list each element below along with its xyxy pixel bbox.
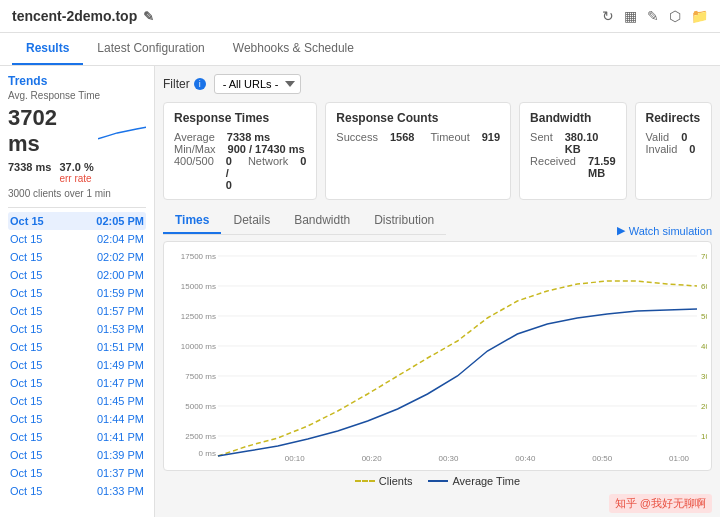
chart-area: 17500 ms 15000 ms 12500 ms 10000 ms 7500… — [163, 241, 712, 471]
legend-item: Clients — [355, 475, 413, 487]
svg-text:00:30: 00:30 — [438, 454, 459, 463]
watermark: 知乎 @我好无聊啊 — [609, 494, 712, 513]
svg-text:2500 ms: 2500 ms — [185, 432, 216, 441]
legend-line — [428, 480, 448, 482]
svg-text:500: 500 — [701, 312, 707, 321]
svg-text:600: 600 — [701, 282, 707, 291]
stats-card: RedirectsValid 0Invalid 0 — [635, 102, 713, 200]
header: tencent-2demo.top ✎ ↻ ▦ ✎ ⬡ 📁 — [0, 0, 720, 33]
stat-avg-val: 7338 ms — [8, 161, 51, 173]
legend-line — [355, 480, 375, 482]
main-content: Filter i - All URLs - Response TimesAver… — [155, 66, 720, 517]
sidebar-item[interactable]: Oct 1502:05 PM — [8, 212, 146, 230]
chart-tabs-bar: TimesDetailsBandwidthDistribution — [163, 208, 446, 235]
play-icon: ▶ — [617, 224, 625, 237]
svg-text:200: 200 — [701, 402, 707, 411]
legend-item: Average Time — [428, 475, 520, 487]
avg-subtitle: Avg. Response Time — [8, 90, 146, 101]
svg-text:700: 700 — [701, 252, 707, 261]
mini-chart — [98, 121, 146, 141]
stats-card: Response TimesAverage 7338 msMin/Max 900… — [163, 102, 317, 200]
sidebar: Trends Avg. Response Time 3702 ms 7338 m… — [0, 66, 155, 517]
svg-text:7500 ms: 7500 ms — [185, 372, 216, 381]
sidebar-item[interactable]: Oct 1501:45 PM — [8, 392, 146, 410]
stat-err-val: 37.0 % — [59, 161, 93, 173]
avg-value: 3702 ms — [8, 105, 146, 157]
edit-icon[interactable]: ✎ — [143, 9, 154, 24]
svg-text:10000 ms: 10000 ms — [181, 342, 216, 351]
chart-legend: ClientsAverage Time — [163, 475, 712, 487]
svg-text:0 ms: 0 ms — [199, 449, 216, 458]
filter-info-icon: i — [194, 78, 206, 90]
stat-err-label: err rate — [59, 173, 93, 184]
watch-simulation[interactable]: ▶ Watch simulation — [617, 224, 712, 237]
svg-text:00:40: 00:40 — [515, 454, 536, 463]
edit2-icon[interactable]: ✎ — [647, 8, 659, 24]
clients-info: 3000 clients over 1 min — [8, 188, 146, 199]
sidebar-item[interactable]: Oct 1501:41 PM — [8, 428, 146, 446]
stats-card: BandwidthSent 380.10 KBReceived 71.59 MB — [519, 102, 626, 200]
filter-label: Filter i — [163, 77, 206, 91]
sidebar-stats: 7338 ms 37.0 % err rate — [8, 161, 146, 184]
svg-text:300: 300 — [701, 372, 707, 381]
sidebar-item[interactable]: Oct 1501:39 PM — [8, 446, 146, 464]
sidebar-item[interactable]: Oct 1501:57 PM — [8, 302, 146, 320]
svg-text:00:20: 00:20 — [362, 454, 383, 463]
sidebar-item[interactable]: Oct 1502:00 PM — [8, 266, 146, 284]
tab-webhooks[interactable]: Webhooks & Schedule — [219, 33, 368, 65]
copy-icon[interactable]: ⬡ — [669, 8, 681, 24]
chart-tab-distribution[interactable]: Distribution — [362, 208, 446, 234]
sidebar-item[interactable]: Oct 1501:51 PM — [8, 338, 146, 356]
filter-select[interactable]: - All URLs - — [214, 74, 301, 94]
sidebar-item[interactable]: Oct 1501:53 PM — [8, 320, 146, 338]
header-title: tencent-2demo.top ✎ — [12, 8, 154, 24]
svg-text:12500 ms: 12500 ms — [181, 312, 216, 321]
grid-icon[interactable]: ▦ — [624, 8, 637, 24]
svg-text:01:00: 01:00 — [669, 454, 690, 463]
sidebar-divider — [8, 207, 146, 208]
svg-text:5000 ms: 5000 ms — [185, 402, 216, 411]
tab-results[interactable]: Results — [12, 33, 83, 65]
svg-text:00:50: 00:50 — [592, 454, 613, 463]
folder-icon[interactable]: 📁 — [691, 8, 708, 24]
tab-config[interactable]: Latest Configuration — [83, 33, 218, 65]
stats-card: Response CountsSuccess 1568 Timeout 919 — [325, 102, 511, 200]
sidebar-item[interactable]: Oct 1502:04 PM — [8, 230, 146, 248]
svg-text:00:10: 00:10 — [285, 454, 306, 463]
chart-tab-times[interactable]: Times — [163, 208, 221, 234]
chart-section: TimesDetailsBandwidthDistribution ▶ Watc… — [163, 208, 712, 487]
sidebar-item[interactable]: Oct 1501:49 PM — [8, 356, 146, 374]
sidebar-item[interactable]: Oct 1501:44 PM — [8, 410, 146, 428]
sidebar-item[interactable]: Oct 1502:02 PM — [8, 248, 146, 266]
chart-tab-bandwidth[interactable]: Bandwidth — [282, 208, 362, 234]
tabs-bar: Results Latest Configuration Webhooks & … — [0, 33, 720, 66]
header-icons: ↻ ▦ ✎ ⬡ 📁 — [602, 8, 708, 24]
svg-text:17500 ms: 17500 ms — [181, 252, 216, 261]
sidebar-item[interactable]: Oct 1501:37 PM — [8, 464, 146, 482]
sidebar-item[interactable]: Oct 1501:33 PM — [8, 482, 146, 500]
svg-text:100: 100 — [701, 432, 707, 441]
sidebar-item[interactable]: Oct 1501:59 PM — [8, 284, 146, 302]
sidebar-item[interactable]: Oct 1501:47 PM — [8, 374, 146, 392]
content: Trends Avg. Response Time 3702 ms 7338 m… — [0, 66, 720, 517]
filter-row: Filter i - All URLs - — [163, 74, 712, 94]
main-chart: 17500 ms 15000 ms 12500 ms 10000 ms 7500… — [168, 246, 707, 466]
sidebar-list: Oct 1502:05 PMOct 1502:04 PMOct 1502:02 … — [8, 212, 146, 500]
stats-cards: Response TimesAverage 7338 msMin/Max 900… — [163, 102, 712, 200]
chart-tab-details[interactable]: Details — [221, 208, 282, 234]
refresh-icon[interactable]: ↻ — [602, 8, 614, 24]
trends-title: Trends — [8, 74, 146, 88]
svg-text:15000 ms: 15000 ms — [181, 282, 216, 291]
svg-text:400: 400 — [701, 342, 707, 351]
